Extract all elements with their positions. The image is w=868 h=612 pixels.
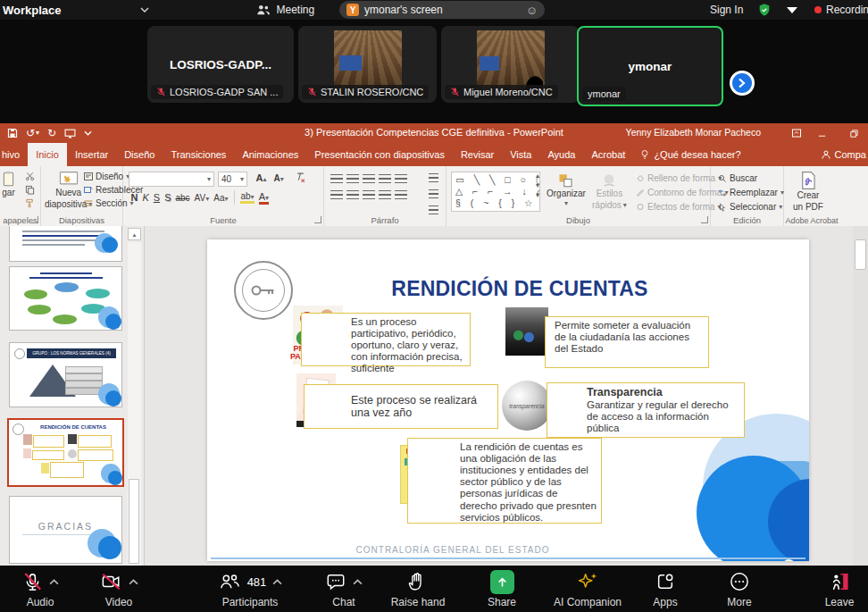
bold-button[interactable]: N: [131, 192, 138, 203]
slideshow-icon[interactable]: [64, 129, 76, 138]
chevron-up-icon[interactable]: [353, 579, 363, 585]
more-control[interactable]: More: [699, 570, 780, 608]
increase-indent-icon[interactable]: [379, 174, 391, 184]
select-button[interactable]: Seleccionar▾: [718, 202, 784, 212]
sign-in-button[interactable]: Sign In: [710, 4, 743, 16]
tab-transiciones[interactable]: Transiciones: [163, 143, 234, 166]
smartart-convert-icon[interactable]: [429, 205, 438, 215]
shapes-scroll-down-icon[interactable]: ▾: [536, 181, 539, 189]
ppt-share-button[interactable]: Compa: [821, 143, 868, 166]
tab-revisar[interactable]: Revisar: [453, 143, 502, 166]
cut-icon[interactable]: [25, 172, 35, 181]
tab-ayuda[interactable]: Ayuda: [539, 143, 583, 166]
security-shield-icon[interactable]: [757, 3, 772, 17]
tell-me-box[interactable]: ¿Qué desea hacer?: [633, 143, 747, 166]
format-painter-icon[interactable]: [25, 198, 35, 208]
slide-textbox-2[interactable]: Permite someter a evaluación de la ciuda…: [545, 316, 709, 368]
workspace-label[interactable]: Workplace: [3, 4, 62, 17]
quick-styles-button[interactable]: Estilos rápidos▾: [592, 172, 627, 211]
chevron-up-icon[interactable]: [129, 579, 138, 585]
customize-qat-icon[interactable]: [84, 130, 92, 136]
font-name-combobox[interactable]: ▾: [129, 172, 214, 187]
share-screen-control[interactable]: Share: [462, 570, 542, 608]
change-case-button[interactable]: Aa▾: [213, 193, 228, 203]
contraloria-seal-logo[interactable]: [234, 261, 293, 320]
apps-control[interactable]: Apps: [625, 570, 705, 608]
strikethrough-button[interactable]: abc: [175, 193, 189, 203]
tab-acrobat[interactable]: Acrobat: [583, 143, 633, 166]
text-shadow-button[interactable]: S: [164, 192, 171, 203]
tab-animaciones[interactable]: Animaciones: [234, 143, 306, 166]
video-tile-miguel[interactable]: Miguel Moreno/CNC: [441, 26, 580, 103]
highlight-color-button[interactable]: ab▾: [240, 191, 254, 204]
tab-vista[interactable]: Vista: [502, 143, 539, 166]
current-slide[interactable]: RENDICIÓN DE CUENTAS PROCESOS PARTICIPAT…: [207, 239, 809, 561]
replace-button[interactable]: Reemplazar▾: [718, 188, 784, 197]
tab-presentacion[interactable]: Presentación con diapositivas: [306, 143, 453, 166]
participants-control[interactable]: 481 Participants: [201, 570, 299, 608]
shapes-gallery[interactable]: ▭ ╲ ╲ □ ○ ▢ △ ⌐ ⌐ → ↓ ▱ § ( ~ { } ☆: [451, 172, 540, 212]
clear-formatting-icon[interactable]: [295, 172, 306, 183]
align-left-icon[interactable]: [330, 190, 343, 200]
raise-hand-control[interactable]: Raise hand: [378, 570, 458, 608]
minimize-button[interactable]: [814, 126, 829, 140]
ribbon-display-options-button[interactable]: [789, 126, 804, 140]
chevron-up-icon[interactable]: [272, 579, 282, 585]
redo-button[interactable]: ↻: [47, 127, 56, 139]
grow-font-button[interactable]: A▴: [256, 172, 267, 183]
slide-textbox-5[interactable]: La rendición de cuentas es una obligació…: [407, 438, 602, 524]
shapes-more-icon[interactable]: ▾: [536, 191, 539, 199]
copy-icon[interactable]: [25, 185, 35, 195]
slide-footer[interactable]: CONTRALORÍA GENERAL DEL ESTADO: [323, 545, 582, 555]
clipboard-dialog-launcher[interactable]: [31, 216, 38, 223]
reactions-icon[interactable]: ☺: [526, 4, 538, 16]
shapes-scroll-up-icon[interactable]: ▴: [536, 172, 539, 180]
tab-inicio[interactable]: Inicio: [28, 143, 67, 166]
create-pdf-button[interactable]: Crear un PDF: [793, 171, 823, 213]
slide-textbox-4[interactable]: Transparencia Garantizar y regular el de…: [547, 382, 745, 438]
line-spacing-icon[interactable]: [395, 174, 407, 184]
chat-control[interactable]: Chat: [304, 570, 384, 608]
audio-control[interactable]: Audio: [0, 570, 80, 608]
character-spacing-button[interactable]: AV▾: [195, 193, 210, 203]
tab-archivo[interactable]: hivo: [0, 143, 28, 166]
tab-diseno[interactable]: Diseño: [116, 143, 163, 166]
paste-button[interactable]: gar: [2, 171, 15, 199]
slide-thumbnail-4-selected[interactable]: RENDICIÓN DE CUENTAS: [7, 418, 124, 487]
find-button[interactable]: Buscar: [718, 173, 784, 183]
font-size-combobox[interactable]: 40▾: [218, 172, 247, 187]
meeting-tab[interactable]: Meeting: [256, 4, 315, 16]
recording-indicator[interactable]: Recording: [814, 4, 868, 16]
slide-textbox-1[interactable]: Es un proceso participativo, periódico, …: [301, 313, 471, 366]
align-text-icon[interactable]: [429, 189, 438, 199]
slide-thumbnail-5[interactable]: GRACIAS: [9, 496, 122, 564]
arrange-button[interactable]: Organizar ▾: [547, 172, 586, 207]
thumbnail-scroll-up-button[interactable]: ▴: [128, 228, 141, 240]
evaluation-photo-image[interactable]: [505, 307, 548, 356]
shared-screen-pill[interactable]: Y ymonar's screen ☺: [339, 1, 545, 19]
video-control[interactable]: Video: [79, 570, 159, 608]
underline-button[interactable]: S: [154, 192, 160, 203]
leave-control[interactable]: Leave: [811, 570, 868, 608]
decrease-indent-icon[interactable]: [363, 174, 375, 184]
tab-insertar[interactable]: Insertar: [67, 143, 116, 166]
numbering-icon[interactable]: [346, 174, 359, 184]
font-dialog-launcher[interactable]: [314, 216, 321, 223]
canvas-vertical-scrollbar[interactable]: [853, 226, 868, 566]
align-center-icon[interactable]: [346, 190, 359, 200]
shrink-font-button[interactable]: A▾: [274, 173, 284, 183]
italic-button[interactable]: K: [142, 192, 148, 203]
transparencia-sphere-image[interactable]: transparencia: [502, 381, 552, 431]
next-participants-button[interactable]: [730, 71, 755, 96]
slide-textbox-3[interactable]: Este proceso se realizará una vez año: [304, 384, 498, 429]
restore-button[interactable]: [847, 126, 861, 140]
justify-icon[interactable]: [379, 190, 391, 200]
text-direction-icon[interactable]: [429, 173, 438, 183]
align-right-icon[interactable]: [363, 190, 375, 200]
chevron-down-icon[interactable]: [140, 7, 149, 13]
slide-thumbnail-3[interactable]: GRUPO : LOS NORMAS GENERALES (4): [9, 342, 122, 407]
video-tile-ymonar-active-speaker[interactable]: ymonar ymonar: [577, 26, 723, 106]
bullets-icon[interactable]: [330, 174, 343, 184]
font-color-button[interactable]: A▾: [259, 191, 269, 205]
slide-thumbnail-2[interactable]: [9, 266, 122, 331]
